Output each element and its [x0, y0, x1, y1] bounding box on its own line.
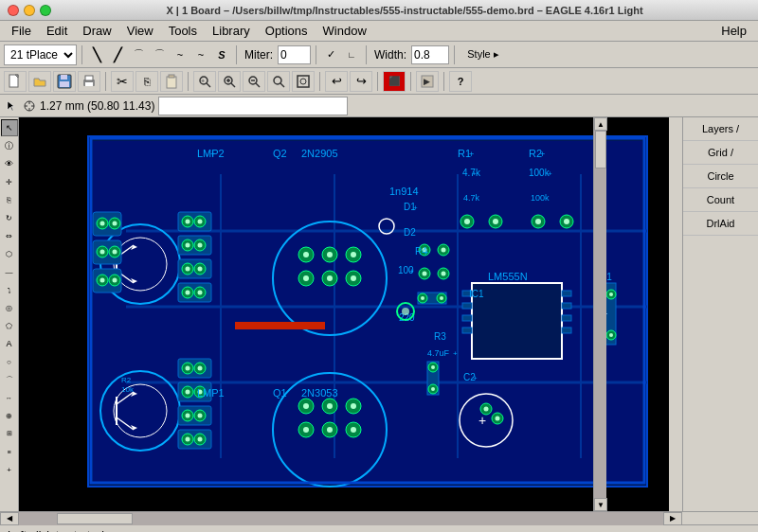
draw-curve1[interactable]: ~ — [171, 45, 190, 64]
zoom-window-btn[interactable] — [292, 71, 315, 92]
scroll-left-arrow[interactable]: ◀ — [0, 512, 19, 525]
drlaid-button[interactable]: DrlAid — [683, 212, 758, 236]
separator5 — [454, 45, 455, 64]
draw-arc2[interactable]: ⌒ — [150, 45, 169, 64]
menu-window[interactable]: Window — [316, 22, 374, 40]
text-tool[interactable]: A — [1, 335, 18, 352]
scroll-thumb[interactable] — [595, 131, 606, 168]
draw-line[interactable]: ╲ — [87, 45, 106, 64]
count-button[interactable]: Count — [683, 188, 758, 212]
svg-text:+: + — [478, 413, 486, 428]
draw-line2[interactable]: ╱ — [108, 45, 127, 64]
maximize-button[interactable] — [40, 5, 51, 16]
select-tool[interactable]: ↖ — [1, 119, 18, 136]
angle-btn[interactable]: ∟ — [342, 45, 361, 64]
svg-point-135 — [198, 437, 203, 442]
zoom-in-btn[interactable] — [218, 71, 241, 92]
svg-point-148 — [442, 248, 446, 253]
origin-tool[interactable]: + — [1, 461, 18, 478]
stop-btn[interactable]: ⬛ — [383, 71, 406, 92]
svg-point-180 — [431, 387, 435, 391]
grid-tool[interactable]: ⊞ — [1, 425, 18, 442]
via-tool[interactable]: ◎ — [1, 299, 18, 316]
rotate-tool[interactable]: ↻ — [1, 209, 18, 226]
hscroll-track[interactable] — [19, 512, 663, 525]
copy-tool[interactable]: ⎘ — [1, 191, 18, 208]
polygon-tool[interactable]: ⬠ — [1, 317, 18, 334]
group-tool[interactable]: ⬡ — [1, 245, 18, 262]
arc-tool[interactable]: ⌒ — [1, 371, 18, 388]
svg-point-108 — [186, 267, 190, 272]
svg-point-184 — [493, 219, 498, 224]
print-btn[interactable] — [78, 71, 100, 92]
copy-btn[interactable]: ⎘ — [135, 71, 158, 92]
zoom-out-btn[interactable] — [243, 71, 265, 92]
circle-button[interactable]: Circle — [683, 165, 758, 188]
svg-point-130 — [198, 414, 203, 418]
menu-file[interactable]: File — [4, 22, 39, 40]
redo-btn[interactable]: ↪ — [350, 71, 372, 92]
info-tool[interactable]: ⓘ — [1, 137, 18, 154]
svg-text:+: + — [548, 169, 552, 178]
menu-library[interactable]: Library — [205, 22, 258, 40]
zoom-fit-btn[interactable]: + — [193, 71, 216, 92]
close-button[interactable] — [8, 5, 19, 16]
scroll-up-arrow[interactable]: ▲ — [594, 117, 607, 131]
draw-curve2[interactable]: ~ — [191, 45, 210, 64]
paste-btn[interactable] — [160, 71, 183, 92]
menu-edit[interactable]: Edit — [39, 22, 75, 40]
menu-draw[interactable]: Draw — [75, 22, 118, 40]
main-area: ↖ ⓘ 👁 ✛ ⎘ ↻ ⇔ ⬡ — ⤵ ◎ ⬠ A ○ ⌒ ↔ ⊕ ⊞ ≡ + — [0, 117, 758, 511]
confirm-btn[interactable]: ✓ — [321, 45, 340, 64]
svg-point-98 — [186, 220, 190, 224]
left-toolbar: ↖ ⓘ 👁 ✛ ⎘ ↻ ⇔ ⬡ — ⤵ ◎ ⬠ A ○ ⌒ ↔ ⊕ ⊞ ≡ + — [0, 117, 19, 511]
zoom-prev-btn[interactable] — [267, 71, 290, 92]
command-input[interactable] — [158, 97, 348, 115]
minimize-button[interactable] — [24, 5, 35, 16]
wire-tool[interactable]: — — [1, 263, 18, 280]
smash-tool[interactable]: ⊕ — [1, 407, 18, 424]
layers-button[interactable]: Layers / — [683, 117, 758, 141]
separator4 — [366, 45, 367, 64]
draw-arc1[interactable]: ⌒ — [129, 45, 148, 64]
svg-text:+: + — [453, 349, 458, 358]
cut-btn[interactable]: ✂ — [111, 71, 134, 92]
dimension-tool[interactable]: ↔ — [1, 389, 18, 406]
layer-select[interactable]: 21 tPlace — [4, 44, 77, 65]
menu-options[interactable]: Options — [258, 22, 316, 40]
grid-button[interactable]: Grid / — [683, 141, 758, 165]
vertical-scrollbar[interactable]: ▲ ▼ — [593, 117, 606, 511]
svg-rect-4 — [60, 81, 69, 87]
new-btn[interactable] — [4, 71, 27, 92]
right-panel: Layers / Grid / Circle Count DrlAid — [682, 117, 758, 511]
menu-tools[interactable]: Tools — [161, 22, 205, 40]
circle-tool[interactable]: ○ — [1, 353, 18, 370]
move-tool[interactable]: ✛ — [1, 173, 18, 190]
undo-btn[interactable]: ↩ — [325, 71, 348, 92]
style-btn[interactable]: Style ▸ — [460, 45, 507, 64]
svg-point-174 — [496, 417, 500, 421]
mirror-tool[interactable]: ⇔ — [1, 227, 18, 244]
script-btn[interactable]: ▶ — [416, 71, 439, 92]
svg-text:+: + — [413, 204, 418, 212]
separator — [81, 45, 82, 64]
draw-spline[interactable]: S — [212, 45, 231, 64]
svg-rect-8 — [167, 77, 176, 88]
help-btn[interactable]: ? — [449, 71, 472, 92]
width-input[interactable] — [411, 45, 449, 64]
hscroll-thumb[interactable] — [57, 513, 133, 524]
menu-view[interactable]: View — [119, 22, 161, 40]
titlebar: X | 1 Board – /Users/billw/tmp/Instructa… — [0, 0, 758, 21]
layer-tool[interactable]: ≡ — [1, 443, 18, 460]
look-tool[interactable]: 👁 — [1, 155, 18, 172]
svg-point-88 — [100, 250, 105, 255]
scroll-right-arrow[interactable]: ▶ — [663, 512, 682, 525]
save-btn[interactable] — [53, 71, 76, 92]
pcb-canvas-container[interactable]: 0.1 uF + — [19, 117, 669, 511]
menu-help[interactable]: Help — [713, 22, 754, 40]
open-btn[interactable] — [28, 71, 51, 92]
scroll-track[interactable] — [594, 131, 606, 498]
scroll-down-arrow[interactable]: ▼ — [594, 498, 607, 511]
miter-input[interactable] — [278, 45, 311, 64]
route-tool[interactable]: ⤵ — [1, 281, 18, 298]
